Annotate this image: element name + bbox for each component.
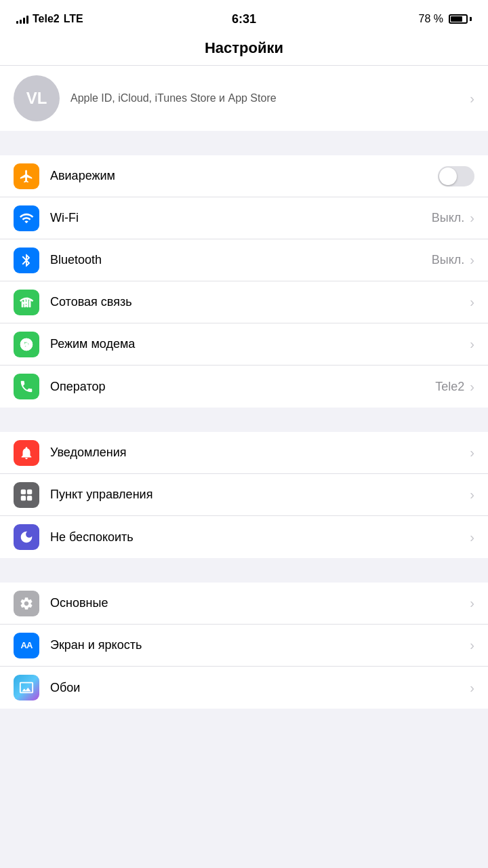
svg-rect-5 [21, 489, 26, 494]
nav-bar: Настройки [0, 34, 488, 66]
wallpaper-icon [14, 675, 39, 701]
general-row[interactable]: Основные › [0, 583, 488, 625]
bluetooth-label: Bluetooth [50, 253, 432, 267]
general-icon [14, 591, 39, 616]
carrier-label: Tele2 [33, 13, 60, 25]
control-center-icon [14, 482, 39, 508]
control-center-row[interactable]: Пункт управления › [0, 474, 488, 516]
status-right: 78 % [419, 13, 472, 25]
section-gap-2 [0, 408, 488, 432]
display-brightness-label: Экран и яркость [50, 638, 470, 652]
notifications-icon [14, 440, 39, 466]
wifi-row[interactable]: Wi-Fi Выкл. › [0, 197, 488, 239]
apple-id-description: Apple ID, iCloud, iTunes Store и App Sto… [70, 91, 459, 106]
hotspot-chevron-icon: › [470, 336, 474, 352]
status-bar: Tele2 LTE 6:31 78 % [0, 0, 488, 34]
wifi-label: Wi-Fi [50, 211, 432, 225]
bluetooth-icon [14, 248, 39, 273]
svg-rect-3 [29, 300, 31, 307]
wifi-value: Выкл. [432, 211, 465, 225]
status-left: Tele2 LTE [16, 13, 83, 25]
notifications-chevron-icon: › [470, 445, 474, 460]
battery-icon [449, 14, 472, 24]
airplane-icon [14, 163, 39, 189]
phone-icon [14, 374, 39, 399]
wallpaper-label: Обои [50, 681, 470, 695]
carrier-row[interactable]: Оператор Tele2 › [0, 366, 488, 408]
signal-bars-icon [16, 14, 28, 24]
svg-rect-1 [24, 299, 26, 307]
section-gap-3 [0, 558, 488, 583]
battery-percentage: 78 % [419, 13, 443, 25]
bluetooth-row[interactable]: Bluetooth Выкл. › [0, 239, 488, 281]
hotspot-row[interactable]: Режим модема › [0, 323, 488, 366]
hotspot-icon [14, 332, 39, 357]
do-not-disturb-chevron-icon: › [470, 530, 474, 545]
cellular-chevron-icon: › [470, 294, 474, 310]
svg-rect-7 [21, 495, 26, 500]
do-not-disturb-label: Не беспокоить [50, 530, 470, 545]
airplane-mode-toggle[interactable] [438, 166, 474, 186]
time-label: 6:31 [232, 12, 256, 26]
control-center-chevron-icon: › [470, 487, 474, 502]
notifications-label: Уведомления [50, 446, 470, 460]
wifi-chevron-icon: › [470, 210, 474, 226]
general-chevron-icon: › [470, 595, 474, 611]
system-section: Уведомления › Пункт управления › Не бесп… [0, 432, 488, 558]
notifications-row[interactable]: Уведомления › [0, 432, 488, 474]
carrier-value: Tele2 [435, 380, 464, 394]
wallpaper-row[interactable]: Обои › [0, 667, 488, 709]
page-title: Настройки [205, 39, 283, 56]
svg-rect-8 [27, 495, 32, 500]
bluetooth-value: Выкл. [432, 253, 465, 267]
connectivity-section: Авиарежим Wi-Fi Выкл. › Bluetooth Выкл. … [0, 155, 488, 408]
cellular-icon [14, 290, 39, 315]
airplane-mode-label: Авиарежим [50, 169, 438, 183]
hotspot-label: Режим модема [50, 337, 470, 351]
carrier-label: Оператор [50, 380, 435, 394]
bluetooth-chevron-icon: › [470, 252, 474, 268]
display-brightness-chevron-icon: › [470, 637, 474, 653]
svg-rect-2 [26, 297, 28, 307]
network-label: LTE [64, 13, 83, 25]
cellular-label: Сотовая связь [50, 295, 470, 309]
section-gap-1 [0, 131, 488, 155]
apple-id-chevron-icon: › [470, 91, 474, 106]
apple-id-row[interactable]: VL Apple ID, iCloud, iTunes Store и App … [0, 66, 488, 131]
svg-point-4 [24, 342, 28, 347]
avatar: VL [14, 75, 60, 121]
cellular-row[interactable]: Сотовая связь › [0, 281, 488, 323]
control-center-label: Пункт управления [50, 488, 470, 502]
do-not-disturb-row[interactable]: Не беспокоить › [0, 516, 488, 558]
airplane-mode-row[interactable]: Авиарежим [0, 155, 488, 197]
svg-rect-0 [22, 301, 24, 307]
display-brightness-row[interactable]: AA Экран и яркость › [0, 625, 488, 667]
display-section: Основные › AA Экран и яркость › Обои › [0, 583, 488, 709]
general-label: Основные [50, 596, 470, 610]
display-brightness-icon: AA [14, 633, 39, 658]
apple-id-section[interactable]: VL Apple ID, iCloud, iTunes Store и App … [0, 66, 488, 131]
wifi-icon [14, 205, 39, 231]
svg-rect-6 [27, 489, 32, 494]
carrier-chevron-icon: › [470, 379, 474, 395]
wallpaper-chevron-icon: › [470, 680, 474, 696]
do-not-disturb-icon [14, 524, 39, 550]
